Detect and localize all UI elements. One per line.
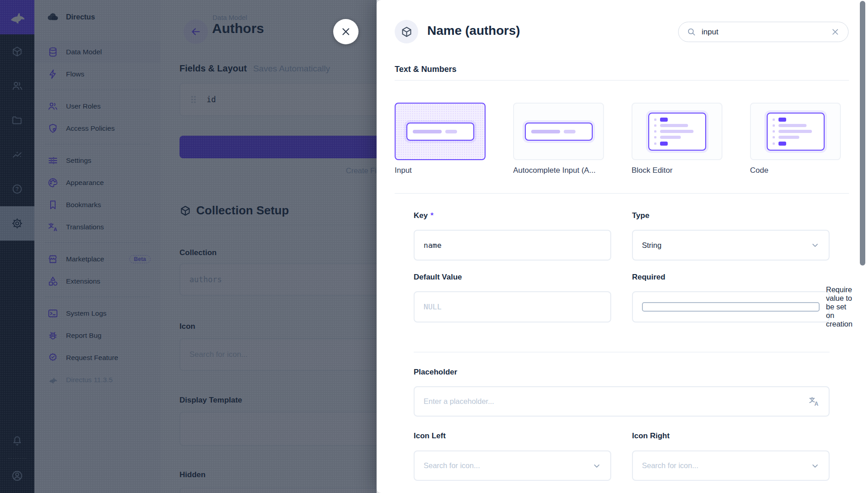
required-asterisk: *: [430, 211, 434, 220]
key-label: Key*: [414, 211, 611, 220]
interface-card-code[interactable]: Code: [750, 103, 841, 175]
interface-search-input[interactable]: [702, 28, 825, 37]
icon-left-label: Icon Left: [414, 431, 611, 441]
interface-preview: [750, 103, 841, 160]
form-divider: [414, 352, 830, 352]
drawer-overlay[interactable]: [0, 0, 377, 493]
field-config-drawer: Name (authors) Text & Numbers Input Auto…: [377, 0, 868, 493]
interface-cards: Input Autocomplete Input (A...: [395, 103, 841, 175]
required-label: Required: [632, 273, 830, 282]
interface-label: Code: [750, 166, 841, 175]
icon-left-select[interactable]: Search for icon...: [414, 450, 611, 481]
scrollbar-thumb[interactable]: [860, 1, 865, 265]
directus-app: ? Directus Data Model: [0, 0, 868, 493]
icon-left-placeholder: Search for icon...: [424, 461, 592, 470]
type-select[interactable]: String: [632, 230, 830, 261]
field-icon-circle: [395, 20, 418, 43]
interface-label: Block Editor: [632, 166, 722, 175]
icon-right-placeholder: Search for icon...: [642, 461, 811, 470]
svg-text:A: A: [815, 401, 819, 407]
required-field: Require value to be set on creation: [632, 291, 830, 322]
interface-card-block-editor[interactable]: Block Editor: [632, 103, 722, 175]
default-value-label: Default Value: [414, 273, 611, 282]
placeholder-input[interactable]: A: [414, 386, 830, 417]
interface-preview: [395, 103, 486, 160]
key-field[interactable]: [424, 241, 601, 250]
interface-label: Input: [395, 166, 486, 175]
chevron-down-icon: [811, 461, 820, 470]
clear-search-icon[interactable]: [830, 27, 840, 37]
interface-card-autocomplete[interactable]: Autocomplete Input (A...: [513, 103, 604, 175]
interface-search[interactable]: [678, 22, 849, 42]
interface-label: Autocomplete Input (A...: [513, 166, 604, 175]
interface-preview: [632, 103, 722, 160]
placeholder-field[interactable]: [424, 397, 808, 406]
interface-group-heading: Text & Numbers: [395, 65, 849, 81]
close-drawer-button[interactable]: [333, 19, 359, 44]
type-label: Type: [632, 211, 830, 220]
close-icon: [341, 27, 351, 37]
translate-icon[interactable]: A: [808, 396, 820, 407]
interface-card-input[interactable]: Input: [395, 103, 486, 175]
icon-right-select[interactable]: Search for icon...: [632, 450, 830, 481]
section-divider: [395, 193, 849, 194]
chevron-down-icon: [811, 241, 820, 250]
default-value-input[interactable]: [414, 291, 611, 322]
icon-right-label: Icon Right: [632, 431, 830, 441]
required-checkbox[interactable]: [642, 302, 820, 312]
type-value: String: [642, 241, 811, 250]
drawer-title: Name (authors): [427, 24, 520, 38]
interface-preview: [513, 103, 604, 160]
placeholder-label: Placeholder: [414, 368, 457, 377]
key-input[interactable]: [414, 230, 611, 261]
search-icon: [687, 27, 696, 37]
default-value-field[interactable]: [424, 303, 601, 311]
chevron-down-icon: [592, 461, 601, 470]
required-checkbox-label: Require value to be set on creation: [826, 285, 853, 328]
cube-icon: [401, 26, 413, 38]
